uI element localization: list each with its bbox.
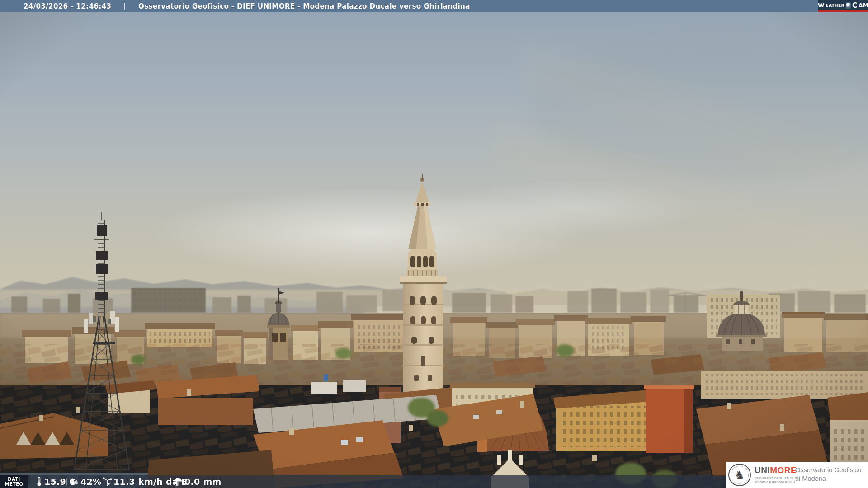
thermometer-icon [36, 477, 42, 487]
unimore-footer-logo: ♞ UNIMORE UNIVERSITÀ DEGLI STUDI DI MODE… [726, 462, 868, 488]
weathercam-logo: W EATHER C AM [818, 0, 868, 12]
camera-title: Osservatorio Geofisico - DIEF UNIMORE - … [138, 2, 470, 10]
unimore-subtitle: UNIVERSITÀ DEGLI STUDI DI MODENA E REGGI… [755, 477, 798, 485]
anemometer-icon [102, 477, 113, 487]
weathercam-logo-text: W [818, 2, 824, 9]
vignette [0, 0, 868, 488]
divider [98, 478, 98, 485]
dati-meteo-label: DATI METEO [0, 475, 28, 488]
timestamp: 24/03/2026 - 12:46:43 [24, 2, 111, 10]
webcam-frame: 24/03/2026 - 12:46:43 | Osservatorio Geo… [0, 0, 868, 488]
umbrella-icon [173, 477, 183, 487]
unimore-wordmark: UNIMORE [755, 465, 797, 475]
camera-lens-icon [846, 2, 851, 9]
modena-cityscape-photo [0, 0, 868, 488]
university-seal-icon: ♞ [728, 464, 751, 486]
observatory-name: Osservatorio Geofisico di Modena [795, 466, 862, 483]
top-info-bar: 24/03/2026 - 12:46:43 | Osservatorio Geo… [0, 0, 868, 12]
water-drops-icon [69, 477, 79, 487]
separator: | [123, 2, 126, 10]
divider [66, 478, 67, 485]
precipitation-value: 0.0 mm [184, 477, 222, 487]
humidity-value: 42% [80, 477, 101, 487]
